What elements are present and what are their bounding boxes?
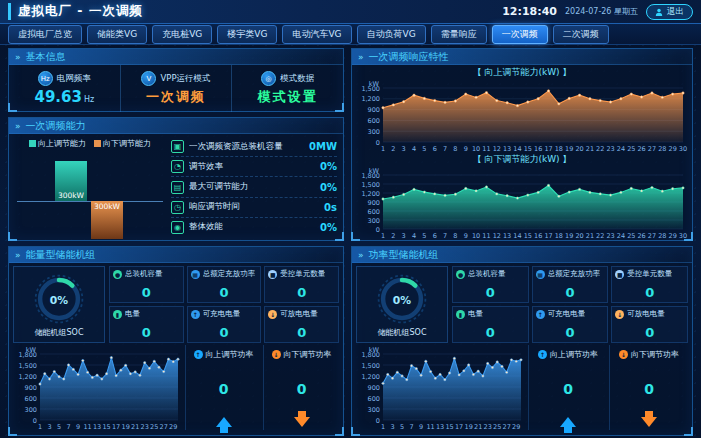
- svg-text:600: 600: [368, 395, 380, 403]
- tab-ev-vg[interactable]: 电动汽车VG: [282, 25, 351, 44]
- overall-icon: ◉: [171, 221, 184, 234]
- svg-text:19: 19: [122, 423, 130, 431]
- svg-text:17: 17: [112, 423, 120, 431]
- svg-text:15: 15: [102, 423, 110, 431]
- energy-power-chart: 03006009001,2001,5001,800135791113151719…: [13, 345, 183, 431]
- tab-storage-vg[interactable]: 储能类VG: [87, 25, 147, 44]
- mode-setting-button[interactable]: 模式设置: [258, 88, 318, 106]
- metric-label: 整体效能: [189, 221, 315, 233]
- big-down-arrow-icon: [641, 417, 657, 427]
- soc-gauge: 0% 储能机组SOC: [356, 266, 448, 343]
- svg-text:2: 2: [391, 145, 395, 153]
- svg-text:15: 15: [445, 423, 453, 431]
- svg-text:11: 11: [426, 423, 434, 431]
- svg-text:kW: kW: [369, 167, 380, 175]
- stat-cell: ↑可充电电量 0: [187, 306, 262, 343]
- bar-down-label: 300kW: [94, 201, 120, 212]
- svg-text:5: 5: [57, 423, 61, 431]
- svg-text:4: 4: [412, 145, 416, 153]
- stat-value: 0: [268, 326, 335, 340]
- svg-text:0: 0: [376, 226, 380, 234]
- tab-demand-response[interactable]: 需量响应: [431, 25, 487, 44]
- down-power-value: 0: [644, 381, 654, 397]
- down-power-label: 向下调节功率: [631, 349, 679, 360]
- svg-text:0: 0: [376, 417, 380, 425]
- svg-text:17: 17: [544, 145, 552, 153]
- power-storage-header: » 功率型储能机组: [352, 247, 692, 263]
- svg-text:17: 17: [544, 232, 552, 240]
- svg-text:1: 1: [38, 423, 42, 431]
- svg-text:600: 600: [25, 395, 37, 403]
- logout-button[interactable]: 退出: [646, 4, 693, 20]
- tab-vpp-overview[interactable]: 虚拟电厂总览: [8, 25, 82, 44]
- stat-cell: ↓可放电电量 0: [611, 306, 688, 343]
- svg-text:19: 19: [565, 232, 573, 240]
- metric-value: 0%: [320, 222, 337, 233]
- vpp-mode-icon: V: [141, 71, 156, 86]
- big-up-arrow-icon: [216, 417, 232, 427]
- mode-setting-label: 模式数据: [280, 73, 314, 85]
- metric-row: ▤ 最大可调节能力 0%: [171, 177, 337, 197]
- power-storage-panel: » 功率型储能机组 0% 储能机组SOC ●总装机容量 0: [351, 246, 693, 436]
- svg-text:kW: kW: [369, 80, 380, 88]
- svg-text:6: 6: [433, 232, 437, 240]
- date-label: 2024-07-26 星期五: [565, 6, 638, 17]
- svg-text:25: 25: [627, 145, 635, 153]
- svg-text:6: 6: [433, 145, 437, 153]
- tab-secondary-frequency[interactable]: 二次调频: [553, 25, 609, 44]
- metric-row: ▣ 一次调频资源总装机容量 0MW: [171, 137, 337, 157]
- svg-text:1,200: 1,200: [361, 190, 380, 198]
- svg-text:29: 29: [669, 145, 677, 153]
- svg-text:1,200: 1,200: [18, 373, 37, 381]
- svg-text:1,200: 1,200: [361, 373, 380, 381]
- up-arrow-icon: ↑: [194, 350, 203, 359]
- panel-arrow-icon: »: [358, 250, 364, 260]
- svg-text:17: 17: [455, 423, 463, 431]
- basic-info-header: » 基本信息: [9, 49, 343, 65]
- svg-text:9: 9: [464, 232, 468, 240]
- settings-icon: ◎: [261, 71, 276, 86]
- svg-text:28: 28: [658, 145, 666, 153]
- svg-text:900: 900: [368, 106, 380, 114]
- svg-text:7: 7: [66, 423, 70, 431]
- tab-charger-vg[interactable]: 充电桩VG: [152, 25, 212, 44]
- down-arrow-icon: ↓: [272, 350, 281, 359]
- svg-text:1,500: 1,500: [18, 362, 37, 370]
- svg-text:20: 20: [575, 145, 583, 153]
- power-stat-icon: ▦: [191, 270, 200, 279]
- svg-text:13: 13: [503, 145, 511, 153]
- up-power-value: 0: [219, 381, 229, 397]
- soc-label: 储能机组SOC: [35, 327, 84, 338]
- stat-value: 0: [456, 286, 525, 300]
- big-up-arrow-icon: [560, 417, 576, 427]
- tab-building-vg[interactable]: 楼宇类VG: [217, 25, 277, 44]
- svg-text:13: 13: [436, 423, 444, 431]
- svg-text:15: 15: [524, 232, 532, 240]
- bar-up-label: 300kW: [58, 190, 84, 201]
- stat-cell: ▦总额定充放功率 0: [532, 266, 609, 303]
- legend-up-swatch: [29, 140, 36, 147]
- svg-text:900: 900: [25, 384, 37, 392]
- energy-storage-header: » 能量型储能机组: [9, 247, 343, 263]
- tab-load-vg[interactable]: 自动负荷VG: [357, 25, 426, 44]
- svg-text:16: 16: [534, 145, 542, 153]
- capability-metrics: ▣ 一次调频资源总装机容量 0MW ◔ 调节效率 0% ▤ 最大可调节能力 0%: [167, 134, 343, 240]
- grid-frequency-item: Hz 电网频率 49.63Hz: [9, 65, 120, 112]
- stat-cell: ●总装机容量 0: [109, 266, 184, 303]
- svg-text:0: 0: [376, 139, 380, 147]
- logout-label: 退出: [667, 6, 684, 18]
- up-power-box: ↑向上调节功率 0: [185, 345, 261, 430]
- energy-stats-grid: ●总装机容量 0 ▦总额定充放功率 0 ■受控单元数量 0 ▮电量 0: [109, 266, 339, 343]
- big-down-arrow-icon: [294, 417, 310, 427]
- svg-text:300: 300: [368, 217, 380, 225]
- svg-text:3: 3: [402, 145, 406, 153]
- dischargeable-stat-icon: ↓: [268, 310, 277, 319]
- svg-text:19: 19: [465, 423, 473, 431]
- capacity-stat-icon: ●: [113, 270, 122, 279]
- svg-text:3: 3: [402, 232, 406, 240]
- svg-text:14: 14: [513, 145, 521, 153]
- metric-label: 响应调节时间: [189, 201, 319, 213]
- up-power-label: 向上调节功率: [550, 349, 598, 360]
- stat-value: 0: [615, 326, 684, 340]
- tab-primary-frequency[interactable]: 一次调频: [492, 25, 548, 44]
